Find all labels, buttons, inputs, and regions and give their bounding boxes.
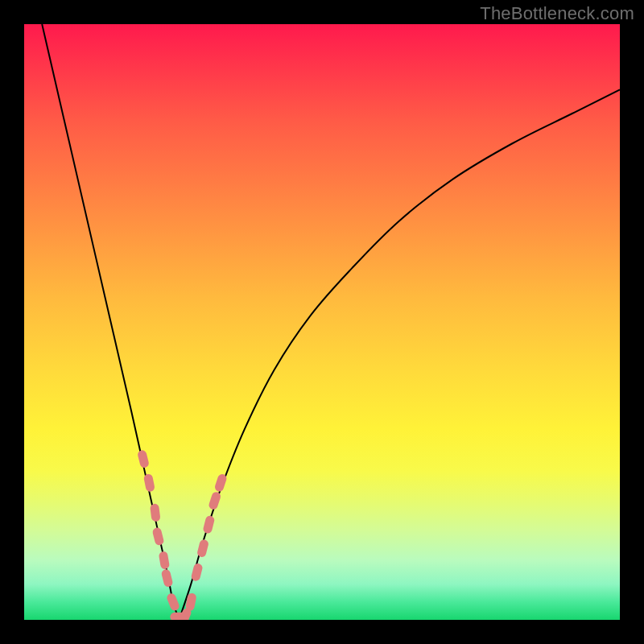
curve-group [42,24,620,620]
highlight-marker [214,473,228,493]
highlight-marker [166,592,180,613]
frame: TheBottleneck.com [0,0,644,644]
marker-group [137,449,228,620]
highlight-marker [208,491,221,510]
highlight-marker [143,473,155,493]
highlight-marker [159,551,170,570]
highlight-marker [137,449,150,469]
chart-svg [24,24,620,620]
plot-area [24,24,620,620]
highlight-marker [202,515,215,535]
right-branch-curve [179,89,620,620]
highlight-marker [191,563,204,582]
highlight-marker [150,503,161,522]
watermark-text: TheBottleneck.com [480,3,634,24]
highlight-marker [196,539,209,558]
highlight-marker [161,568,174,588]
highlight-marker [151,526,164,546]
